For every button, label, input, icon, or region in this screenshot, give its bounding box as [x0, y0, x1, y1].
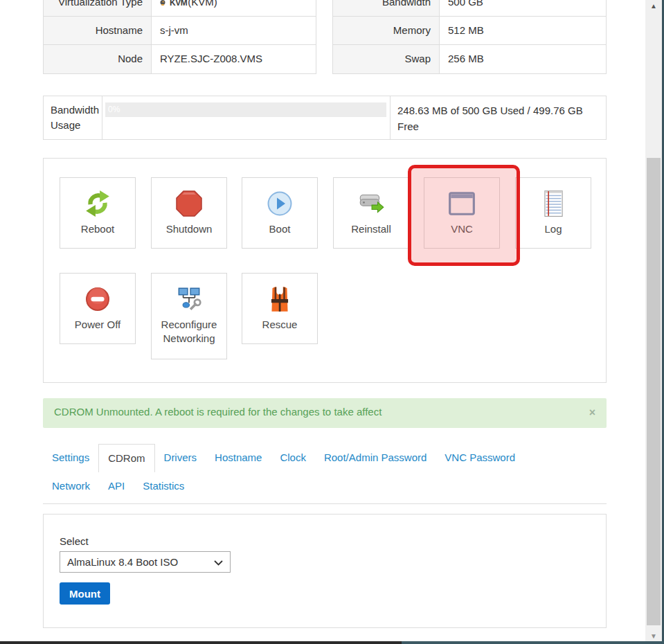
bandwidth-progress-bar: 0%: [105, 102, 386, 117]
tab-vnc-password[interactable]: VNC Password: [436, 444, 524, 472]
row-label: Bandwidth: [333, 0, 440, 16]
vnc-button[interactable]: VNC: [424, 177, 500, 249]
cdrom-tab-panel: Select AlmaLinux 8.4 Boot ISO Mount: [43, 514, 607, 628]
iso-select-label: Select: [60, 535, 89, 547]
bandwidth-usage-label: Bandwidth Usage: [44, 96, 102, 139]
action-label: Boot: [267, 222, 294, 236]
scrollbar-thumb[interactable]: [647, 158, 661, 625]
rescue-icon: [266, 284, 294, 314]
reinstall-icon: [357, 188, 386, 219]
row-value: 256 MB: [440, 45, 492, 73]
table-row: Node RYZE.SJC-Z008.VMS: [44, 45, 316, 73]
row-label: Hostname: [44, 17, 152, 44]
rescue-button[interactable]: Rescue: [242, 273, 318, 344]
row-label: Memory: [333, 17, 440, 44]
reconfigure-networking-icon: [174, 284, 204, 314]
row-value: KVM(KVM): [152, 0, 226, 16]
vm-info-table: Virtualization Type KVM(KVM) Hostname s-…: [43, 0, 316, 74]
tab-api[interactable]: API: [99, 472, 134, 501]
scrollbar-down-icon[interactable]: ▼: [645, 632, 662, 640]
actions-panel: Reboot Shutdown Boot: [43, 158, 607, 383]
table-row: Memory 512 MB: [333, 17, 606, 45]
shutdown-icon: [175, 188, 203, 219]
tab-row-2: Network API Statistics: [43, 472, 607, 501]
vnc-window-icon: [447, 188, 476, 219]
bandwidth-usage-detail: 248.63 MB of 500 GB Used / 499.76 GB Fre…: [391, 96, 607, 139]
row-label: Node: [44, 45, 152, 73]
boot-button[interactable]: Boot: [242, 177, 318, 249]
vertical-scrollbar[interactable]: ▲ ▼: [645, 0, 662, 641]
action-label: Log: [541, 222, 564, 236]
tab-statistics[interactable]: Statistics: [134, 472, 193, 501]
chevron-down-icon: [214, 556, 223, 568]
row-label: Virtualization Type: [44, 0, 152, 16]
power-off-icon: [84, 284, 111, 314]
tab-hostname[interactable]: Hostname: [206, 444, 271, 472]
action-label: Power Off: [72, 318, 123, 332]
iso-selected-value: AlmaLinux 8.4 Boot ISO: [67, 556, 214, 568]
tab-row-1: Settings CDRom Drivers Hostname Clock Ro…: [43, 444, 607, 472]
row-label: Swap: [333, 45, 440, 73]
row-value: RYZE.SJC-Z008.VMS: [152, 45, 271, 73]
boot-icon: [266, 188, 294, 219]
shutdown-button[interactable]: Shutdown: [151, 177, 227, 249]
vps-control-panel: Virtualization Type KVM(KVM) Hostname s-…: [0, 0, 664, 644]
tab-drivers[interactable]: Drivers: [155, 444, 206, 472]
reconfigure-networking-button[interactable]: Reconfigure Networking: [151, 273, 227, 359]
table-row: Bandwidth 500 GB: [333, 0, 606, 17]
window-bottom-edge-right: [402, 641, 664, 644]
reboot-icon: [83, 188, 112, 219]
resources-info-table: Bandwidth 500 GB Memory 512 MB Swap 256 …: [332, 0, 607, 74]
alert-close-icon[interactable]: ×: [589, 406, 595, 420]
window-bottom-edge-left: [0, 641, 402, 644]
row-value: s-j-vm: [152, 17, 197, 44]
action-label: Shutdown: [163, 222, 215, 236]
alert-message: CDROM Unmounted. A reboot is required fo…: [54, 406, 382, 418]
reinstall-button[interactable]: Reinstall: [333, 177, 409, 249]
iso-select[interactable]: AlmaLinux 8.4 Boot ISO: [60, 551, 231, 573]
action-label: Reboot: [78, 222, 117, 236]
tab-cdrom[interactable]: CDRom: [98, 444, 154, 472]
log-icon: [539, 188, 567, 219]
action-label: Reinstall: [348, 222, 394, 236]
power-off-button[interactable]: Power Off: [60, 273, 136, 344]
settings-tabs: Settings CDRom Drivers Hostname Clock Ro…: [43, 444, 607, 501]
table-row: Swap 256 MB: [333, 45, 606, 73]
cdrom-alert: CDROM Unmounted. A reboot is required fo…: [43, 398, 607, 428]
action-label: Rescue: [260, 318, 300, 332]
log-button[interactable]: Log: [515, 177, 591, 249]
row-value: 500 GB: [440, 0, 492, 16]
bandwidth-usage-panel: Bandwidth Usage 0% 248.63 MB of 500 GB U…: [43, 96, 607, 140]
bandwidth-progress-cell: 0%: [102, 96, 391, 139]
row-value: 512 MB: [440, 17, 492, 44]
mount-button[interactable]: Mount: [60, 582, 110, 605]
table-row: Virtualization Type KVM(KVM): [44, 0, 316, 17]
action-label: Reconfigure Networking: [152, 318, 226, 346]
tab-network[interactable]: Network: [43, 472, 99, 501]
tab-clock[interactable]: Clock: [271, 444, 315, 472]
tabs-divider: [43, 503, 607, 504]
reboot-button[interactable]: Reboot: [60, 177, 136, 249]
action-label: VNC: [448, 222, 476, 236]
kvm-logo-icon: KVM: [160, 0, 187, 17]
tab-settings[interactable]: Settings: [43, 444, 98, 472]
bandwidth-percent: 0%: [105, 105, 120, 114]
scrollbar-up-icon[interactable]: ▲: [645, 2, 662, 10]
tab-root-admin-password[interactable]: Root/Admin Password: [315, 444, 436, 472]
table-row: Hostname s-j-vm: [44, 17, 316, 45]
